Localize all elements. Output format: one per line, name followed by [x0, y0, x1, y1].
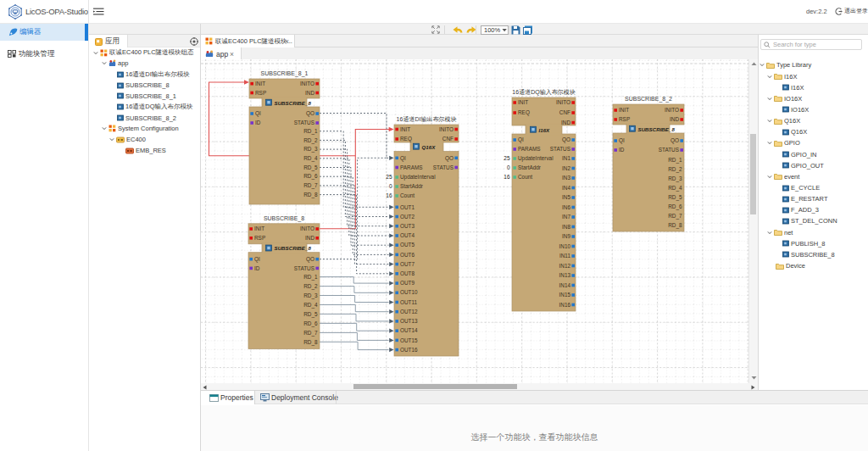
svg-text:INIT: INIT	[400, 126, 410, 132]
svg-text:IN5: IN5	[562, 194, 570, 200]
svg-text:RD_1: RD_1	[668, 157, 682, 164]
svg-text:RSP: RSP	[619, 116, 630, 122]
svg-text:OUT12: OUT12	[400, 309, 418, 315]
svg-text:RD_6: RD_6	[303, 173, 318, 180]
svg-text:RD_5: RD_5	[303, 164, 318, 171]
svg-text:OUT8: OUT8	[400, 270, 415, 276]
svg-text:INITO: INITO	[556, 99, 570, 105]
svg-text:Count: Count	[518, 174, 532, 180]
svg-text:INITO: INITO	[300, 226, 314, 231]
svg-text:StartAddr: StartAddr	[400, 183, 424, 189]
svg-text:QO: QO	[562, 136, 570, 143]
svg-text:RSP: RSP	[254, 235, 265, 241]
svg-text:STATUS: STATUS	[550, 146, 570, 152]
svg-text:RD_5: RD_5	[668, 194, 682, 201]
svg-text:STATUS: STATUS	[659, 147, 679, 153]
svg-text:RD_2: RD_2	[303, 137, 318, 144]
svg-text:INITO: INITO	[300, 81, 314, 86]
svg-text:IN12: IN12	[559, 263, 571, 269]
svg-text:QI: QI	[255, 110, 261, 117]
svg-text:IN8: IN8	[562, 224, 570, 230]
svg-text:RD_3: RD_3	[303, 146, 318, 153]
svg-text:RD_8: RD_8	[668, 222, 682, 229]
svg-text:QO: QO	[306, 256, 314, 263]
svg-text:OUT11: OUT11	[400, 299, 418, 305]
svg-text:RD_3: RD_3	[668, 175, 682, 182]
svg-text:UpdateInterval: UpdateInterval	[400, 174, 436, 181]
svg-text:RD_4: RD_4	[668, 185, 682, 192]
svg-text:IN6: IN6	[562, 204, 570, 210]
svg-text:SUBSCRIBE_8_2: SUBSCRIBE_8_2	[625, 96, 672, 103]
svg-text:IN1: IN1	[562, 155, 570, 161]
svg-text:OUT16: OUT16	[400, 347, 418, 353]
svg-text:OUT10: OUT10	[400, 289, 418, 295]
svg-text:INIT: INIT	[254, 226, 264, 231]
svg-text:SUBSCRIBE_8: SUBSCRIBE_8	[275, 100, 312, 106]
svg-text:SUBSCRIBE_8_1: SUBSCRIBE_8_1	[260, 70, 308, 77]
svg-text:QO: QO	[445, 155, 453, 162]
svg-text:INITO: INITO	[665, 107, 679, 113]
svg-text:ID: ID	[255, 120, 261, 125]
svg-text:OUT6: OUT6	[400, 252, 415, 258]
svg-text:25: 25	[504, 155, 510, 161]
svg-text:IN4: IN4	[562, 185, 570, 191]
svg-text:IND: IND	[305, 90, 314, 96]
svg-text:OUT7: OUT7	[400, 261, 415, 267]
svg-text:UpdateInterval: UpdateInterval	[518, 155, 554, 162]
svg-text:RD_8: RD_8	[303, 339, 318, 346]
svg-text:RD_4: RD_4	[303, 302, 318, 309]
svg-text:IN13: IN13	[559, 272, 571, 278]
svg-text:16: 16	[504, 174, 510, 180]
svg-text:IN9: IN9	[562, 233, 570, 239]
svg-text:RSP: RSP	[255, 90, 266, 96]
svg-text:16通道DQ输入布尔模块: 16通道DQ输入布尔模块	[512, 88, 575, 96]
svg-text:IN11: IN11	[559, 253, 570, 259]
svg-text:Q16X: Q16X	[422, 144, 437, 150]
svg-text:RD_7: RD_7	[303, 330, 318, 337]
svg-text:INITO: INITO	[439, 126, 453, 132]
svg-text:16通道DI输出布尔模块: 16通道DI输出布尔模块	[397, 115, 457, 123]
svg-text:IND: IND	[670, 116, 679, 122]
svg-text:25: 25	[386, 174, 392, 180]
svg-text:OUT14: OUT14	[400, 327, 418, 333]
svg-text:INIT: INIT	[518, 99, 528, 105]
svg-text:OUT15: OUT15	[400, 337, 418, 343]
svg-text:SUBSCRIBE_8: SUBSCRIBE_8	[275, 245, 312, 251]
svg-text:RD_4: RD_4	[303, 155, 318, 162]
svg-text:IN10: IN10	[559, 243, 571, 249]
svg-text:SUBSCRIBE_8: SUBSCRIBE_8	[264, 215, 304, 222]
svg-text:OUT4: OUT4	[400, 232, 415, 238]
svg-text:PARAMS: PARAMS	[400, 164, 423, 170]
svg-text:REQ: REQ	[518, 109, 530, 116]
svg-text:RD_6: RD_6	[668, 203, 682, 210]
svg-text:RD_7: RD_7	[303, 182, 318, 189]
svg-text:IND: IND	[561, 120, 570, 125]
svg-text:STATUS: STATUS	[294, 265, 314, 271]
svg-text:OUT9: OUT9	[400, 280, 415, 286]
svg-text:RD_3: RD_3	[303, 292, 318, 299]
svg-text:INIT: INIT	[255, 81, 265, 86]
svg-text:STATUS: STATUS	[433, 164, 453, 170]
svg-text:0: 0	[507, 164, 510, 170]
svg-text:16: 16	[386, 192, 392, 198]
svg-text:IN14: IN14	[559, 282, 571, 288]
svg-text:OUT13: OUT13	[400, 318, 418, 324]
svg-text:I16X: I16X	[539, 127, 551, 133]
svg-text:QI: QI	[518, 136, 524, 143]
svg-text:RD_2: RD_2	[668, 166, 682, 173]
svg-text:Count: Count	[400, 192, 415, 198]
svg-text:OUT5: OUT5	[400, 242, 415, 248]
svg-text:OUT3: OUT3	[400, 223, 415, 229]
svg-text:IN7: IN7	[562, 214, 570, 220]
svg-text:OUT2: OUT2	[400, 214, 415, 220]
svg-text:ID: ID	[619, 147, 625, 153]
svg-text:RD_8: RD_8	[303, 192, 318, 198]
svg-text:OUT1: OUT1	[400, 204, 415, 210]
svg-text:QO: QO	[670, 137, 679, 144]
svg-text:RD_6: RD_6	[303, 320, 318, 327]
svg-text:QI: QI	[400, 155, 406, 162]
svg-text:IND: IND	[305, 235, 314, 241]
svg-text:PARAMS: PARAMS	[518, 146, 541, 152]
svg-text:IN16: IN16	[559, 302, 571, 308]
svg-text:ID: ID	[254, 265, 260, 271]
